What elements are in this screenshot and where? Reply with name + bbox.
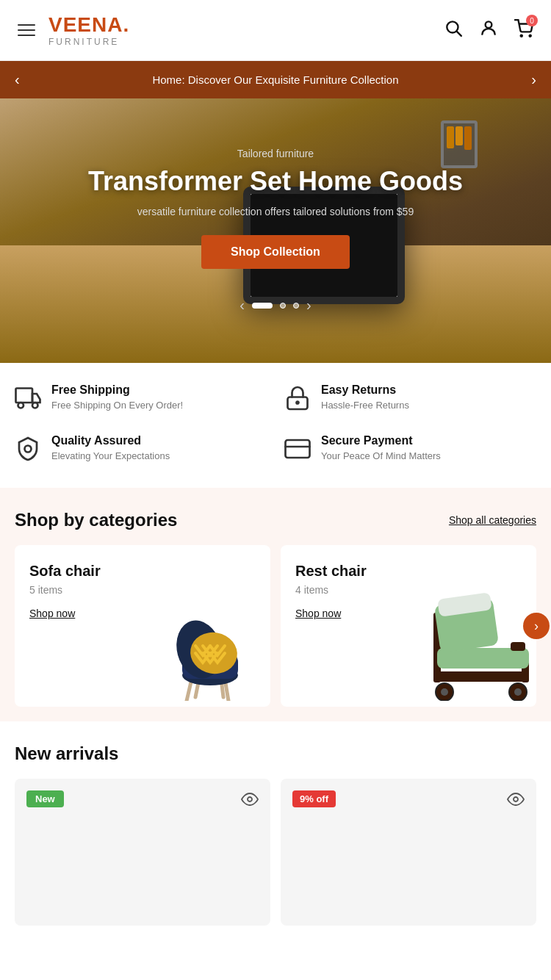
header: VEENA. Furniture 0	[0, 0, 551, 61]
svg-point-6	[18, 403, 24, 408]
menu-button[interactable]	[18, 24, 35, 36]
svg-rect-32	[511, 642, 525, 651]
slider-dot-1[interactable]	[252, 303, 273, 309]
feature-secure-payment: Secure Payment Your Peace Of Mind Matter…	[284, 434, 536, 467]
svg-point-10	[25, 446, 32, 453]
off-badge: 9% off	[292, 790, 336, 807]
feature-easy-returns: Easy Returns Hassle-Free Returns	[284, 383, 536, 417]
search-icon[interactable]	[444, 18, 463, 43]
svg-rect-11	[286, 440, 310, 458]
sofa-chair-image	[159, 569, 270, 701]
svg-point-4	[530, 35, 531, 37]
lock-icon	[284, 385, 311, 417]
feature-title: Free Shipping	[51, 383, 183, 397]
shop-all-categories-link[interactable]: Shop all categories	[449, 514, 536, 526]
feature-desc: Free Shipping On Every Order!	[51, 400, 183, 411]
hero-desc: versatile furniture collection offers ta…	[88, 206, 463, 217]
new-arrivals-section: New arrivals New 9% off	[0, 721, 551, 940]
user-icon[interactable]	[479, 18, 498, 43]
slider-dot-2[interactable]	[280, 303, 286, 309]
banner-text: Home: Discover Our Exquisite Furniture C…	[152, 73, 398, 86]
svg-point-24	[514, 688, 522, 696]
category-card-sofa: Sofa chair 5 items Shop now	[15, 545, 270, 707]
shield-icon	[15, 436, 41, 467]
arrival-card-new: New	[15, 779, 270, 926]
feature-quality-assured-text: Quality Assured Elevating Your Expectati…	[51, 434, 170, 461]
category-grid: Sofa chair 5 items Shop now	[15, 545, 536, 707]
feature-title: Easy Returns	[321, 383, 409, 397]
svg-point-33	[248, 797, 252, 801]
feature-title: Quality Assured	[51, 434, 170, 447]
card-icon	[284, 436, 311, 467]
feature-secure-payment-text: Secure Payment Your Peace Of Mind Matter…	[321, 434, 441, 461]
hero-title: Transformer Set Home Goods	[88, 165, 463, 197]
hero-content: Tailored furniture Transformer Set Home …	[73, 133, 478, 284]
eye-icon-new[interactable]	[241, 790, 259, 813]
banner-prev-button[interactable]: ‹	[15, 71, 20, 88]
brand-name: VEENA.	[48, 13, 129, 37]
slider-prev-button[interactable]: ‹	[240, 297, 245, 314]
new-arrivals-title: New arrivals	[15, 743, 536, 764]
svg-point-9	[297, 402, 299, 404]
categories-section: Shop by categories Shop all categories S…	[0, 488, 551, 721]
categories-title: Shop by categories	[15, 510, 177, 530]
svg-point-3	[521, 35, 522, 37]
truck-icon	[15, 385, 41, 417]
hero-subtitle: Tailored furniture	[88, 148, 463, 159]
features-section: Free Shipping Free Shipping On Every Ord…	[0, 363, 551, 488]
category-card-rest: Rest chair 4 items Shop now	[281, 545, 536, 707]
feature-title: Secure Payment	[321, 434, 441, 447]
svg-point-22	[441, 688, 448, 696]
cart-button[interactable]: 0	[514, 19, 533, 41]
slider-dot-3[interactable]	[293, 303, 299, 309]
feature-quality-assured: Quality Assured Elevating Your Expectati…	[15, 434, 267, 467]
feature-desc: Hassle-Free Returns	[321, 400, 409, 411]
categories-next-arrow[interactable]: ›	[523, 613, 550, 639]
slider-nav: ‹ ›	[240, 297, 311, 328]
svg-point-34	[514, 797, 518, 801]
hero-section: Tailored furniture Transformer Set Home …	[0, 98, 551, 363]
svg-rect-25	[437, 671, 525, 682]
logo: VEENA. Furniture	[48, 13, 129, 47]
header-left: VEENA. Furniture	[18, 13, 129, 47]
shop-collection-button[interactable]: Shop Collection	[201, 235, 350, 269]
feature-free-shipping-text: Free Shipping Free Shipping On Every Ord…	[51, 383, 183, 411]
arrivals-grid: New 9% off	[15, 779, 536, 926]
categories-header: Shop by categories Shop all categories	[15, 510, 536, 530]
brand-sub: Furniture	[48, 37, 129, 47]
banner-next-button[interactable]: ›	[531, 71, 536, 88]
new-badge: New	[26, 790, 64, 807]
svg-point-7	[32, 403, 38, 408]
slider-next-button[interactable]: ›	[306, 297, 311, 314]
feature-free-shipping: Free Shipping Free Shipping On Every Ord…	[15, 383, 267, 417]
feature-desc: Your Peace Of Mind Matters	[321, 450, 441, 461]
svg-rect-5	[16, 389, 33, 403]
eye-icon-off[interactable]	[507, 790, 525, 813]
arrival-card-off: 9% off	[281, 779, 536, 926]
feature-desc: Elevating Your Expectations	[51, 450, 170, 461]
svg-point-2	[486, 21, 492, 28]
header-icons: 0	[444, 18, 533, 43]
promo-banner: ‹ Home: Discover Our Exquisite Furniture…	[0, 61, 551, 98]
feature-easy-returns-text: Easy Returns Hassle-Free Returns	[321, 383, 409, 411]
svg-line-1	[457, 31, 461, 35]
cart-badge: 0	[526, 15, 538, 26]
